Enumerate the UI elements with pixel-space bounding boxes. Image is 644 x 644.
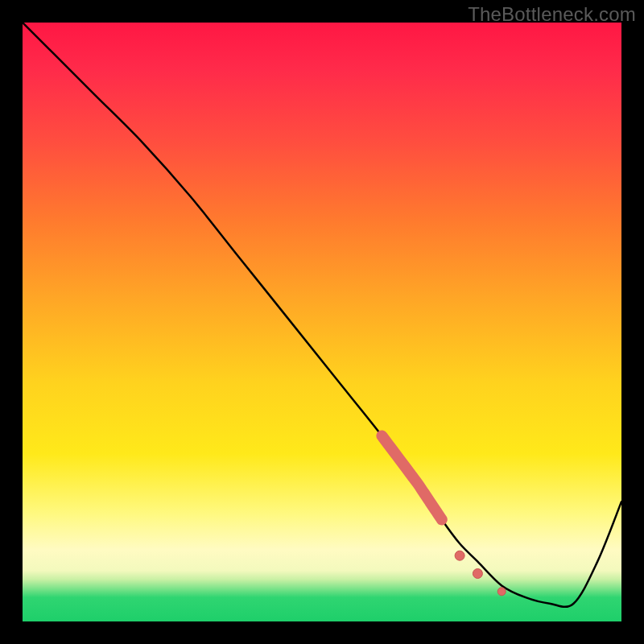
plot-area [23, 23, 621, 621]
data-point [473, 569, 482, 579]
data-point [497, 588, 506, 596]
bottleneck-curve [23, 23, 621, 621]
data-point [455, 551, 464, 560]
outer-frame: TheBottleneck.com [0, 0, 644, 644]
